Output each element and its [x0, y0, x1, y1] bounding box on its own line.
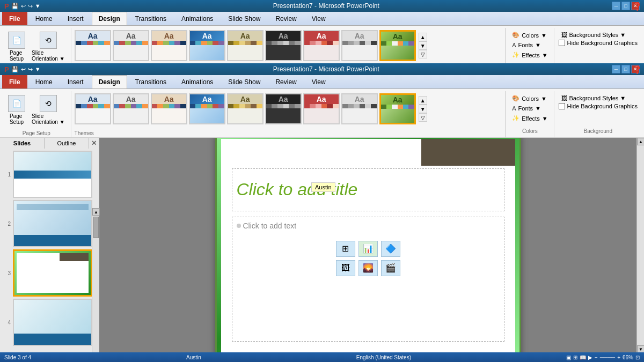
- main-scroll-down[interactable]: ▼: [637, 345, 644, 353]
- quick-access-redo[interactable]: ↪: [28, 3, 33, 10]
- slide-thumb-3[interactable]: [13, 249, 92, 297]
- outer-tab-review[interactable]: Review: [268, 12, 303, 25]
- inner-theme-1[interactable]: Aa: [75, 93, 111, 124]
- outer-theme-more[interactable]: ▽: [419, 50, 427, 58]
- inner-theme-3[interactable]: Aa: [151, 93, 187, 124]
- inner-theme-more[interactable]: ▽: [419, 113, 427, 122]
- inner-theme-scroll-down[interactable]: ▼: [419, 105, 427, 113]
- inner-minimize-btn[interactable]: ─: [612, 65, 620, 73]
- outer-theme-default[interactable]: Aa: [75, 30, 111, 61]
- outer-tab-slideshow[interactable]: Slide Show: [221, 12, 267, 25]
- outer-bg-styles-btn[interactable]: 🖼 Background Styles ▼: [559, 30, 638, 40]
- inner-themes-grid: Aa Aa: [75, 93, 428, 124]
- inner-hide-bg-checkbox[interactable]: [559, 103, 565, 109]
- sidebar-scroll-thumb[interactable]: [93, 217, 99, 238]
- normal-view-btn[interactable]: ▣: [566, 354, 571, 360]
- inner-theme-6[interactable]: Aa: [265, 93, 302, 124]
- inner-tab-transitions[interactable]: Transitions: [128, 75, 173, 88]
- insert-table-icon[interactable]: ⊞: [336, 241, 355, 257]
- outer-tab-home[interactable]: Home: [28, 12, 60, 25]
- outline-tab[interactable]: Outline: [45, 138, 89, 149]
- reading-view-btn[interactable]: 📖: [580, 354, 586, 360]
- zoom-in-btn[interactable]: +: [617, 354, 620, 360]
- outer-theme-6[interactable]: Aa: [265, 30, 302, 61]
- outer-theme-8[interactable]: Aa: [341, 30, 378, 61]
- inner-help-icon[interactable]: ❓: [633, 65, 642, 74]
- quick-access-undo[interactable]: ↩: [21, 3, 26, 10]
- inner-theme-7[interactable]: Aa: [303, 93, 340, 124]
- slide-thumb-4[interactable]: [13, 299, 92, 346]
- outer-tab-view[interactable]: View: [305, 12, 333, 25]
- inner-more-btn[interactable]: ▼: [35, 66, 41, 72]
- sidebar-scroll-up[interactable]: ▲: [92, 208, 100, 216]
- outer-colors-btn[interactable]: 🎨 Colors ▼: [509, 30, 550, 40]
- slide-title-box[interactable]: Click to add title: [232, 168, 504, 211]
- outer-slide-orientation-btn[interactable]: ⟲ SlideOrientation ▼: [29, 30, 68, 63]
- insert-chart-icon[interactable]: 📊: [358, 241, 378, 257]
- inner-colors-btn[interactable]: 🎨 Colors ▼: [509, 93, 550, 104]
- slide-title-text[interactable]: Click to add title: [237, 180, 358, 200]
- outer-theme-scroll-more[interactable]: ▼: [419, 41, 427, 50]
- minimize-btn[interactable]: ─: [612, 2, 620, 10]
- outer-theme-3[interactable]: Aa: [151, 30, 187, 61]
- inner-tab-view[interactable]: View: [305, 75, 333, 88]
- sidebar-close-btn[interactable]: ✕: [89, 138, 99, 148]
- outer-tab-animations[interactable]: Animations: [174, 12, 220, 25]
- insert-smartart-icon[interactable]: 🔷: [381, 241, 400, 257]
- outer-effects-btn[interactable]: ✨ Effects ▼: [509, 50, 550, 60]
- slides-tab[interactable]: Slides: [0, 138, 45, 149]
- inner-fonts-btn[interactable]: A Fonts ▼: [509, 104, 550, 113]
- outer-theme-7[interactable]: Aa: [303, 30, 340, 61]
- outer-theme-4[interactable]: Aa: [189, 30, 225, 61]
- slide-sorter-btn[interactable]: ⊞: [573, 354, 577, 360]
- inner-page-setup-btn[interactable]: 📄 PageSetup: [5, 93, 28, 127]
- fit-slide-btn[interactable]: ⊡: [635, 354, 640, 360]
- help-icon[interactable]: ❓: [633, 2, 642, 11]
- inner-tab-slideshow[interactable]: Slide Show: [221, 75, 267, 88]
- slide-thumb-2[interactable]: [13, 200, 92, 247]
- outer-fonts-btn[interactable]: A Fonts ▼: [509, 40, 550, 50]
- inner-undo-btn[interactable]: ↩: [21, 66, 26, 73]
- inner-theme-5[interactable]: Aa: [227, 93, 264, 124]
- inner-redo-btn[interactable]: ↪: [28, 66, 33, 73]
- outer-tab-file[interactable]: File: [2, 12, 27, 25]
- insert-media-icon[interactable]: 🎬: [381, 260, 400, 276]
- quick-access-more[interactable]: ▼: [35, 3, 41, 9]
- inner-slide-orientation-btn[interactable]: ⟲ SlideOrientation ▼: [29, 93, 68, 127]
- insert-picture-icon[interactable]: 🖼: [336, 260, 355, 276]
- inner-theme-8[interactable]: Aa: [341, 93, 378, 124]
- main-scroll-up[interactable]: ▲: [637, 138, 644, 145]
- inner-theme-scroll-up[interactable]: ▲: [419, 96, 427, 105]
- outer-hide-bg-checkbox[interactable]: [559, 40, 565, 46]
- inner-maximize-btn[interactable]: □: [621, 65, 630, 73]
- inner-theme-2[interactable]: Aa: [113, 93, 149, 124]
- inner-tab-file[interactable]: File: [2, 75, 27, 88]
- slide-content-box[interactable]: Click to add text ⊞ 📊 🔷 🖼: [232, 217, 504, 342]
- zoom-bar[interactable]: ────: [600, 354, 615, 360]
- outer-page-setup-btn[interactable]: 📄 PageSetup: [5, 30, 28, 63]
- inner-theme-4[interactable]: Aa: [189, 93, 225, 124]
- slide-text-placeholder[interactable]: Click to add text: [237, 221, 500, 230]
- inner-tab-home[interactable]: Home: [28, 75, 60, 88]
- slideshow-btn[interactable]: ▶: [588, 354, 592, 360]
- outer-theme-5[interactable]: Aa: [227, 30, 264, 61]
- inner-effects-btn[interactable]: ✨ Effects ▼: [509, 113, 550, 123]
- inner-save-btn[interactable]: 💾: [11, 66, 19, 73]
- inner-tab-insert[interactable]: Insert: [61, 75, 91, 88]
- outer-tab-design[interactable]: Design: [92, 12, 127, 25]
- zoom-out-btn[interactable]: −: [595, 354, 598, 360]
- insert-clip-icon[interactable]: 🌄: [358, 260, 378, 276]
- inner-tab-review[interactable]: Review: [268, 75, 303, 88]
- outer-tab-transitions[interactable]: Transitions: [128, 12, 173, 25]
- outer-theme-scroll-up[interactable]: ▲: [419, 33, 427, 41]
- outer-theme-austin[interactable]: Aa: [379, 30, 416, 61]
- outer-tab-insert[interactable]: Insert: [61, 12, 91, 25]
- inner-bg-styles-btn[interactable]: 🖼 Background Styles ▼: [559, 93, 638, 103]
- quick-access-save[interactable]: 💾: [11, 3, 19, 10]
- outer-theme-2[interactable]: Aa: [113, 30, 149, 61]
- maximize-btn[interactable]: □: [621, 2, 630, 10]
- inner-tab-design[interactable]: Design: [92, 75, 127, 88]
- inner-tab-animations[interactable]: Animations: [174, 75, 220, 88]
- inner-theme-austin[interactable]: Aa ▲: [379, 93, 416, 124]
- slide-thumb-1[interactable]: [13, 151, 92, 198]
